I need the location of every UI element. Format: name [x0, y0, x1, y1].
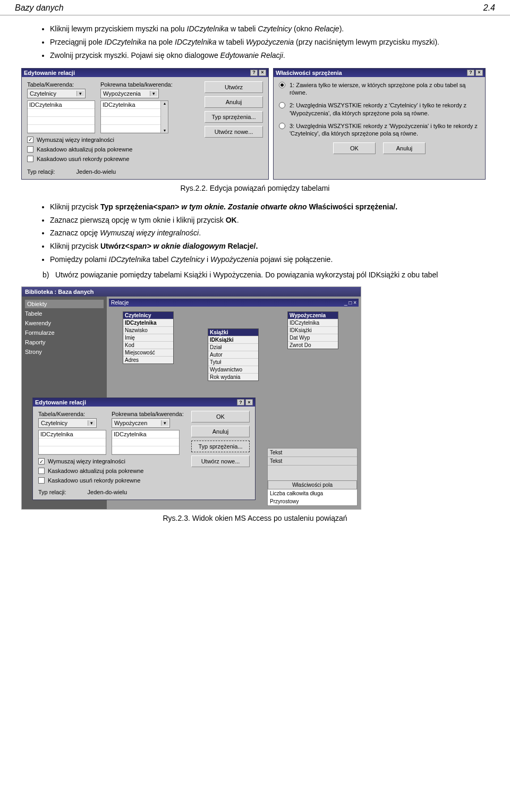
label-table: Tabela/Kwerenda: — [27, 81, 95, 88]
combo-table-right-2[interactable]: Wypożyczen▾ — [112, 418, 170, 428]
db-window-title: Biblioteka : Baza danych — [25, 289, 94, 295]
rel-window-title: Relacje — [111, 300, 129, 306]
close-icon[interactable]: × — [475, 70, 483, 76]
combo-table-left-2[interactable]: Czytelnicy▾ — [38, 418, 97, 428]
field-left-1[interactable]: IDCzytelnika — [28, 101, 95, 109]
dialog-edit-relation-overlay: Edytowanie relacji ?× Tabela/Kwerenda: C… — [32, 397, 256, 500]
table-wypozyczenia[interactable]: Wypożyczenia IDCzytelnika IDKsiążki Dat … — [287, 311, 338, 349]
bullet-list-1: Kliknij lewym przyciskiem myszki na polu… — [21, 24, 489, 61]
join-type-button[interactable]: Typ sprzężenia... — [205, 111, 263, 123]
header-title: Bazy danych — [15, 3, 64, 13]
bullet-item: Zaznacz opcję Wymuszaj więzy integralnoś… — [50, 228, 489, 238]
table-czytelnicy[interactable]: Czytelnicy IDCzytelnika Nazwisko Imię Ko… — [123, 311, 174, 364]
tekst-row-1: Tekst — [268, 449, 357, 457]
ok-button[interactable]: OK — [191, 411, 250, 422]
bullet-2: Przeciągnij pole IDCzytelnika na pole ID… — [50, 37, 489, 47]
chk-integrity[interactable]: ✓Wymuszaj więzy integralności — [27, 137, 199, 143]
dialog1-titlebar: Edytowanie relacji ? × — [22, 69, 268, 77]
prop-increment: Przyrostowy — [268, 497, 357, 505]
cancel-button[interactable]: Anuluj — [191, 426, 250, 437]
side-strony[interactable]: Strony — [25, 349, 104, 355]
help-icon[interactable]: ? — [467, 70, 474, 76]
chk-integrity-2[interactable]: ✓Wymuszaj więzy integralności — [38, 458, 186, 464]
field-list-left: IDCzytelnika — [27, 100, 95, 133]
header-page: 2.4 — [483, 3, 495, 13]
figure-2-caption: Rys.2.3. Widok okien MS Access po ustale… — [21, 514, 489, 522]
chevron-down-icon[interactable]: ▾ — [150, 91, 157, 96]
figure-1-row: Edytowanie relacji ? × Tabela/Kwerenda: … — [21, 68, 489, 180]
radio-option-3[interactable]: 3: Uwzględnia WSZYSTKIE rekordy z 'Wypoż… — [279, 122, 480, 138]
dialog2-title: Właściwości sprzężenia — [276, 70, 342, 76]
bullet-item: Kliknij przycisk Typ sprzężenia<span> w … — [50, 202, 489, 212]
bullet-1: Kliknij lewym przyciskiem myszki na polu… — [50, 24, 489, 34]
join-type-button[interactable]: Typ sprzężenia... — [191, 441, 250, 452]
cancel-button[interactable]: Anuluj — [383, 142, 426, 154]
prop-long-int: Liczba całkowita długa — [268, 489, 357, 497]
bullet-item: Kliknij przycisk Utwórz<span> w oknie di… — [50, 241, 489, 251]
bullet-3: Zwolnij przycisk myszki. Pojawi się okno… — [50, 50, 489, 61]
field-list-right: IDCzytelnika ▴ ▾ — [100, 100, 168, 133]
ok-button[interactable]: OK — [333, 142, 376, 154]
close-icon[interactable]: × — [245, 399, 253, 405]
create-button[interactable]: Utwórz — [205, 81, 263, 93]
create-new-button[interactable]: Utwórz nowe... — [205, 126, 263, 138]
relationships-window: Relacje _ □ × Czytelnicy IDCzytelnika Na… — [107, 297, 361, 509]
table-ksiazki[interactable]: Książki IDKsiążki Dział Autor Tytuł Wyda… — [208, 328, 259, 381]
dialog-edit-relation: Edytowanie relacji ? × Tabela/Kwerenda: … — [21, 68, 269, 180]
combo-table-left[interactable]: Czytelnicy▾ — [27, 89, 86, 98]
radio-option-1[interactable]: 1: Zawiera tylko te wiersze, w których s… — [279, 81, 480, 97]
field-right-1[interactable]: IDCzytelnika — [101, 101, 160, 109]
chk-cascade-update-2[interactable]: Kaskadowo aktualizuj pola pokrewne — [38, 468, 186, 474]
cancel-button[interactable]: Anuluj — [205, 96, 263, 108]
side-tabele[interactable]: Tabele — [25, 310, 104, 317]
dialog1-title: Edytowanie relacji — [24, 70, 75, 76]
scroll-up-icon[interactable]: ▴ — [161, 101, 168, 106]
bullet-item: Zaznacz pierwszą opcję w tym oknie i kli… — [50, 215, 489, 225]
create-new-button[interactable]: Utwórz nowe... — [191, 455, 250, 467]
page-header: Bazy danych 2.4 — [0, 0, 510, 15]
chevron-down-icon[interactable]: ▾ — [76, 91, 84, 96]
figure-1-caption: Rys.2.2. Edycja powiązań pomiędzy tabela… — [21, 184, 489, 192]
bullet-item: Pomiędzy polami IDCzytelnika tabel Czyte… — [50, 255, 489, 265]
section-b: b)Utwórz powiązanie pomiędzy tabelami Ks… — [21, 270, 489, 280]
side-obiekty: Obiekty — [25, 300, 104, 308]
bullet-list-2: Kliknij przycisk Typ sprzężenia<span> w … — [21, 202, 489, 265]
side-formularze[interactable]: Formularze — [25, 329, 104, 336]
relation-type-value: Jeden-do-wielu — [76, 168, 116, 175]
side-kwerendy[interactable]: Kwerendy — [25, 320, 104, 326]
chk-cascade-update[interactable]: Kaskadowo aktualizuj pola pokrewne — [27, 146, 199, 153]
main-content: Kliknij lewym przyciskiem myszki na polu… — [0, 15, 510, 543]
label-related-table: Pokrewna tabela/kwerenda: — [100, 81, 173, 88]
scroll-down-icon[interactable]: ▾ — [161, 128, 168, 133]
dialog2-titlebar: Właściwości sprzężenia ? × — [274, 69, 485, 77]
chk-cascade-delete-2[interactable]: Kaskadowo usuń rekordy pokrewne — [38, 477, 186, 484]
help-icon[interactable]: ? — [250, 70, 258, 76]
chk-cascade-delete[interactable]: Kaskadowo usuń rekordy pokrewne — [27, 156, 199, 162]
combo-table-right[interactable]: Wypożyczenia▾ — [100, 89, 159, 98]
tekst-row-2: Tekst — [268, 457, 357, 466]
figure-2-access-windows: Biblioteka : Baza danych Obiekty Tabele … — [21, 286, 361, 510]
close-icon[interactable]: × — [259, 70, 266, 76]
radio-option-2[interactable]: 2: Uwzględnia WSZYSTKIE rekordy z 'Czyte… — [279, 102, 480, 117]
field-properties-title: Właściwości pola — [268, 480, 357, 489]
side-raporty[interactable]: Raporty — [25, 339, 104, 345]
overlay-dialog-title: Edytowanie relacji — [35, 399, 86, 405]
relation-type-label: Typ relacji: — [27, 168, 55, 175]
help-icon[interactable]: ? — [237, 399, 244, 405]
dialog-join-properties: Właściwości sprzężenia ? × 1: Zawiera ty… — [273, 68, 486, 180]
